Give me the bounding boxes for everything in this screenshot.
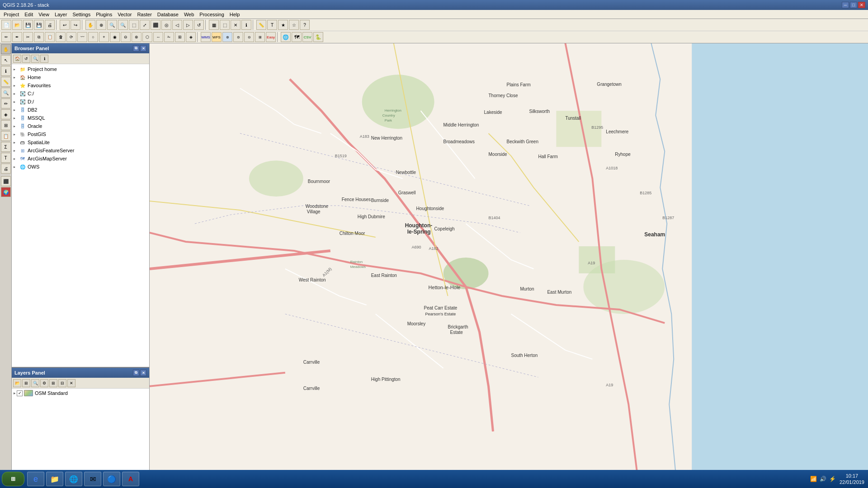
tree-item-oracle[interactable]: ▸ 🗄 Oracle (13, 122, 148, 130)
tb-toolbar1[interactable]: ⊛ (222, 32, 232, 42)
layers-open-btn[interactable]: 📂 (13, 379, 21, 387)
menu-settings[interactable]: Settings (70, 11, 93, 18)
tb-offset-curve[interactable]: ↔ (153, 32, 163, 42)
map-area[interactable]: Plains Farm Grangetown Thorney Close Lak… (150, 43, 868, 476)
menu-project[interactable]: Project (1, 11, 22, 18)
browser-panel-float[interactable]: ⧉ (133, 45, 139, 52)
tool-digitize[interactable]: ✏ (1, 99, 11, 108)
tb-zoom-out[interactable]: 🔍 (118, 20, 128, 30)
tb-open[interactable]: 📂 (12, 20, 22, 30)
tree-item-d-drive[interactable]: ▸ 💽 D:/ (13, 98, 148, 106)
browser-refresh-btn[interactable]: ↺ (22, 55, 30, 63)
tb-paste[interactable]: 📋 (45, 32, 55, 42)
menu-database[interactable]: Database (155, 11, 181, 18)
tb-zoom-next[interactable]: ▷ (183, 20, 193, 30)
tb-copy[interactable]: ⧉ (34, 32, 44, 42)
menu-raster[interactable]: Raster (134, 11, 154, 18)
browser-panel-close[interactable]: ✕ (140, 45, 146, 52)
tool-layers[interactable]: ⊞ (1, 120, 11, 130)
menu-help[interactable]: Help (227, 11, 243, 18)
tb-node-tool[interactable]: ◈ (186, 32, 196, 42)
layers-panel-float[interactable]: ⧉ (133, 370, 139, 376)
tb-simplify[interactable]: 〰 (77, 32, 87, 42)
taskbar-acrobat[interactable]: A (122, 472, 139, 486)
menu-layer[interactable]: Layer (52, 11, 70, 18)
minimize-button[interactable]: ─ (842, 2, 849, 8)
tree-item-favourites[interactable]: ▸ ⭐ Favourites (13, 81, 148, 89)
tb-identify[interactable]: ℹ (241, 20, 251, 30)
tool-node[interactable]: ◈ (1, 109, 11, 119)
tree-item-arcgis-feature[interactable]: ▸ ⊞ ArcGisFeatureServer (13, 146, 148, 155)
tb-toolbar2[interactable]: ⊜ (233, 32, 243, 42)
tb-measure[interactable]: 📏 (256, 20, 266, 30)
tool-print[interactable]: 🖨 (1, 164, 11, 174)
taskbar-ie[interactable]: e (27, 472, 44, 486)
tb-pan-map[interactable]: ⊕ (96, 20, 106, 30)
menu-plugins[interactable]: Plugins (93, 11, 115, 18)
menu-processing[interactable]: Processing (197, 11, 226, 18)
tb-del-ring[interactable]: ⊖ (121, 32, 131, 42)
tb-wfs[interactable]: WFS (212, 32, 222, 42)
tb-edit-node[interactable]: ✏ (1, 32, 11, 42)
tb-python[interactable]: 🐍 (313, 32, 323, 42)
tb-del-part[interactable]: ⊗ (132, 32, 142, 42)
tool-field-calc[interactable]: Σ (1, 142, 11, 152)
menu-web[interactable]: Web (181, 11, 197, 18)
tb-new[interactable]: 📄 (1, 20, 11, 30)
tb-add-ring[interactable]: ○ (88, 32, 98, 42)
tb-refresh[interactable]: ↺ (194, 20, 204, 30)
tool-attribute[interactable]: 📋 (1, 131, 11, 141)
tb-fill-ring[interactable]: ◉ (110, 32, 120, 42)
tb-easy[interactable]: Easy (266, 32, 276, 42)
tb-zoom-selected[interactable]: ◎ (161, 20, 171, 30)
tb-map-tips[interactable]: T (267, 20, 277, 30)
tb-deselect[interactable]: ✕ (231, 20, 241, 30)
taskbar-outlook[interactable]: ✉ (84, 472, 101, 486)
close-button[interactable]: ✕ (858, 2, 865, 8)
tb-zoom-layer[interactable]: ⬛ (151, 20, 160, 30)
tree-item-mssql[interactable]: ▸ 🗄 MSSQL (13, 114, 148, 122)
layers-panel-close[interactable]: ✕ (140, 370, 146, 376)
tool-zoom[interactable]: 🔍 (1, 88, 11, 98)
tb-undo[interactable]: ↩ (60, 20, 70, 30)
menu-view[interactable]: View (36, 11, 52, 18)
tool-select[interactable]: ↖ (1, 55, 11, 65)
layer-visibility-checkbox[interactable]: ✓ (17, 390, 23, 396)
tb-split[interactable]: ✁ (164, 32, 174, 42)
tree-item-db2[interactable]: ▸ 🗄 DB2 (13, 106, 148, 114)
layers-filter-btn[interactable]: 🔍 (31, 379, 39, 387)
tree-item-arcgis-map[interactable]: ▸ 🗺 ArcGisMapServer (13, 155, 148, 163)
layers-properties-btn[interactable]: ⚙ (40, 379, 48, 387)
tree-item-spatialite[interactable]: ▸ 🗃 SpatiaLite (13, 138, 148, 146)
tb-save-as[interactable]: 💾 (34, 20, 44, 30)
tb-help[interactable]: ? (300, 20, 310, 30)
tool-style[interactable]: ⬛ (1, 176, 11, 186)
start-button[interactable]: ⊞ (2, 472, 24, 486)
tb-save[interactable]: 💾 (23, 20, 33, 30)
tb-show-bookmark[interactable]: ☆ (289, 20, 299, 30)
browser-home-btn[interactable]: 🏠 (13, 55, 21, 63)
tool-pan[interactable]: ✋ (1, 44, 11, 54)
tb-redo[interactable]: ↪ (71, 20, 80, 30)
tb-wms[interactable]: WMS (201, 32, 211, 42)
tb-print[interactable]: 🖨 (45, 20, 55, 30)
tb-rotate[interactable]: ⟳ (66, 32, 76, 42)
tool-globe-red[interactable]: 🌍 (1, 187, 11, 197)
layer-osm-standard[interactable]: ▸ ✓ OSM Standard (12, 389, 149, 398)
tb-pan[interactable]: ✋ (85, 20, 95, 30)
browser-info-btn[interactable]: ℹ (40, 55, 48, 63)
tb-cut[interactable]: ✂ (23, 32, 33, 42)
taskbar-explorer[interactable]: 📁 (46, 472, 63, 486)
menu-edit[interactable]: Edit (22, 11, 36, 18)
layers-remove-btn[interactable]: ✕ (67, 379, 75, 387)
tool-identify[interactable]: ℹ (1, 66, 11, 76)
tree-item-home[interactable]: ▸ 🏠 Home (13, 73, 148, 81)
taskbar-app5[interactable]: 🔵 (103, 472, 120, 486)
layers-expand-btn[interactable]: ⊞ (49, 379, 57, 387)
tb-merge[interactable]: ⊞ (175, 32, 185, 42)
tb-new-bookmark[interactable]: ★ (278, 20, 288, 30)
browser-filter-btn[interactable]: 🔍 (31, 55, 39, 63)
tb-zoom-prev[interactable]: ◁ (172, 20, 182, 30)
tool-label[interactable]: T (1, 153, 11, 163)
tree-item-postgis[interactable]: ▸ 🐘 PostGIS (13, 130, 148, 138)
